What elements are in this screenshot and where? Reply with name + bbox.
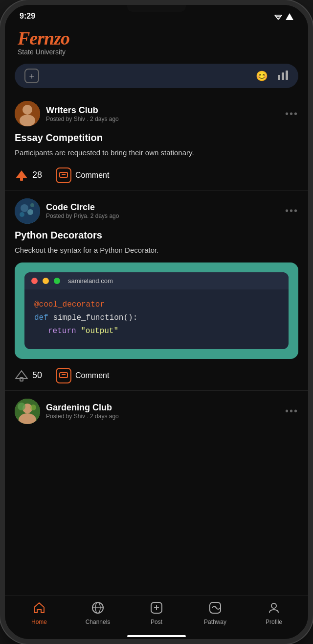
post-header-left: Writers Club Posted by Shiv . 2 days ago <box>15 101 119 126</box>
post-header-writers: Writers Club Posted by Shiv . 2 days ago… <box>15 101 298 126</box>
upvote-icon <box>15 168 28 182</box>
code-string: "output" <box>81 327 118 335</box>
post-info-gardening: Gardening Club Posted by Shiv . 2 days a… <box>46 403 119 420</box>
avatar-person-icon <box>15 101 40 126</box>
nav-item-channels[interactable]: Channels <box>81 601 115 625</box>
code-preview-container: samireland.com @cool_decorator def simpl… <box>15 262 298 359</box>
avatar-code-icon <box>15 198 40 224</box>
post-header-code: Code Circle Posted by Priya. 2 days ago … <box>15 198 298 224</box>
toolbar-right: 😊 <box>256 70 289 82</box>
home-indicator <box>127 635 186 637</box>
comment-icon-code <box>59 372 68 379</box>
profile-label: Profile <box>266 619 282 625</box>
writers-upvote-count: 28 <box>32 170 42 180</box>
writers-upvote[interactable]: 28 <box>15 168 42 182</box>
svg-marker-0 <box>275 15 282 20</box>
nav-item-home[interactable]: Home <box>22 601 56 625</box>
code-post-meta: Posted by Priya. 2 days ago <box>46 213 119 219</box>
writers-post-body: Participants are requested to bring thei… <box>15 147 298 159</box>
nav-item-profile[interactable]: Profile <box>257 601 291 625</box>
home-svg-icon <box>32 601 46 615</box>
code-keyword-def: def <box>34 313 53 322</box>
post-card-code: Code Circle Posted by Priya. 2 days ago … <box>5 191 308 391</box>
channels-label: Channels <box>86 619 111 625</box>
header: Fernzo State University <box>5 24 308 61</box>
code-upvote[interactable]: 50 <box>15 369 42 382</box>
svg-point-9 <box>20 115 35 126</box>
channels-icon <box>91 601 105 617</box>
code-line-return: return "output" <box>34 325 279 338</box>
bottom-nav: Home Channels <box>5 596 308 635</box>
svg-marker-10 <box>16 170 27 178</box>
post-header-left-gardening: Gardening Club Posted by Shiv . 2 days a… <box>15 399 119 424</box>
writers-comment[interactable]: Comment <box>56 167 109 183</box>
svg-rect-14 <box>15 198 40 224</box>
home-icon <box>32 601 46 617</box>
pathway-svg-icon <box>208 601 222 615</box>
pathway-icon <box>208 601 222 617</box>
code-circle-name: Code Circle <box>46 202 119 213</box>
dot-green <box>54 278 60 284</box>
svg-point-15 <box>21 204 28 212</box>
svg-point-18 <box>30 203 34 207</box>
add-button[interactable]: ＋ <box>24 69 39 83</box>
avatar-writers <box>15 101 40 126</box>
gardening-post-meta: Posted by Shiv . 2 days ago <box>46 413 119 420</box>
comment-icon-box-code <box>56 368 71 383</box>
code-titlebar: samireland.com <box>24 272 289 289</box>
face-icon[interactable]: 😊 <box>256 70 268 82</box>
feed: Writers Club Posted by Shiv . 2 days ago… <box>5 93 308 596</box>
post-label: Post <box>151 619 162 625</box>
svg-point-26 <box>18 403 25 410</box>
chart-icon[interactable] <box>277 70 289 82</box>
code-window: samireland.com @cool_decorator def simpl… <box>24 272 289 349</box>
post-info-writers: Writers Club Posted by Shiv . 2 days ago <box>46 105 119 122</box>
post-info-code: Code Circle Posted by Priya. 2 days ago <box>46 202 119 219</box>
wifi-icon <box>274 13 283 20</box>
toolbar: ＋ 😊 <box>15 64 298 88</box>
post-header-left-code: Code Circle Posted by Priya. 2 days ago <box>15 198 119 224</box>
code-comment[interactable]: Comment <box>56 368 109 383</box>
code-post-menu[interactable]: ••• <box>285 205 298 216</box>
upvote-arrow-grey-icon <box>15 369 28 382</box>
writers-post-actions: 28 Comment <box>15 166 298 183</box>
code-line-decorator: @cool_decorator <box>34 298 279 311</box>
signal-icon <box>286 12 293 20</box>
gardening-post-menu[interactable]: ••• <box>285 405 298 417</box>
dot-red <box>31 278 38 284</box>
avatar-code <box>15 198 40 224</box>
code-func: simple_function(): <box>53 313 137 322</box>
post-svg-icon <box>150 601 163 615</box>
plus-icon: ＋ <box>27 70 36 82</box>
gardening-club-name: Gardening Club <box>46 403 119 413</box>
code-comment-label: Comment <box>75 371 109 380</box>
svg-rect-5 <box>282 72 284 80</box>
writers-comment-label: Comment <box>75 171 109 180</box>
app-subtitle: State University <box>18 48 295 56</box>
code-body: @cool_decorator def simple_function(): r… <box>24 289 289 349</box>
writers-post-menu[interactable]: ••• <box>285 108 298 119</box>
nav-item-post[interactable]: Post <box>139 601 174 625</box>
phone-frame: 9:29 Fernzo State University ＋ <box>0 0 313 644</box>
svg-point-16 <box>27 209 33 215</box>
post-card-writers: Writers Club Posted by Shiv . 2 days ago… <box>5 93 308 191</box>
svg-marker-3 <box>286 13 293 20</box>
phone-inner: 9:29 Fernzo State University ＋ <box>5 5 308 639</box>
post-header-gardening: Gardening Club Posted by Shiv . 2 days a… <box>15 399 298 424</box>
svg-point-8 <box>22 105 32 115</box>
nav-item-pathway[interactable]: Pathway <box>198 601 232 625</box>
app-title: Fernzo <box>18 27 295 49</box>
svg-rect-34 <box>210 602 221 613</box>
code-upvote-count: 50 <box>32 370 42 381</box>
dot-yellow <box>43 278 49 284</box>
svg-rect-4 <box>278 75 280 80</box>
status-time: 9:29 <box>20 12 35 21</box>
svg-rect-11 <box>20 177 23 181</box>
code-line-def: def simple_function(): <box>34 311 279 325</box>
avatar-gardening <box>15 399 40 424</box>
code-decorator: @cool_decorator <box>34 300 105 309</box>
avatar-garden-icon <box>15 399 40 424</box>
profile-icon <box>267 601 281 617</box>
notch <box>127 5 186 12</box>
svg-point-27 <box>30 405 36 410</box>
